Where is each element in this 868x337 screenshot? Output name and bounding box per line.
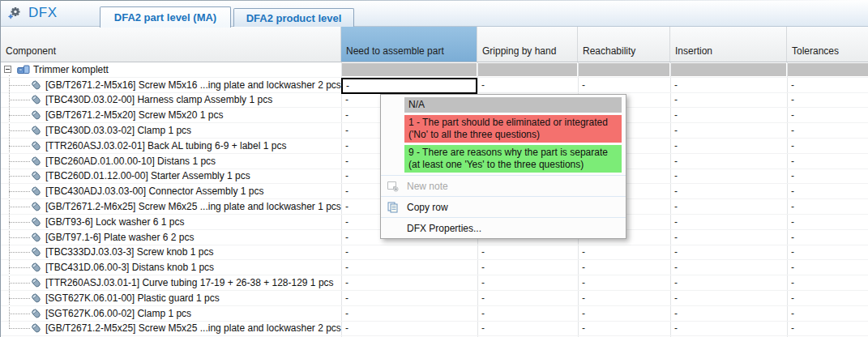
cell-insertion[interactable]: - [670,108,787,122]
cell-tolerances[interactable]: - [787,306,868,321]
table-row: [TBC431D.06.00-3] Distans knob 1 pcs----… [1,260,868,275]
cell-tolerances[interactable]: - [787,184,868,198]
tree-connector [9,191,30,192]
menu-action-label: Copy row [404,202,448,213]
cell-insertion[interactable]: - [670,154,787,168]
cell-tolerances[interactable]: - [787,78,868,92]
cell-insertion[interactable]: - [670,260,787,275]
cell-tolerances[interactable]: - [787,245,868,260]
collapse-expander-icon[interactable] [4,66,11,73]
column-header-need-to-assemble-part[interactable]: Need to assemble part [341,27,477,62]
component-label[interactable]: [SGT627K.06.00-02] Clamp 1 pcs [45,308,191,319]
column-header-gripping-by-hand[interactable]: Gripping by hand [477,27,578,62]
cell-gripping-by-hand[interactable]: - [477,275,578,290]
cell-insertion[interactable]: - [670,230,787,245]
cell-insertion[interactable]: - [670,184,787,198]
component-label[interactable]: [TBC430ADJ.03.03-00] Connector Assembly … [45,186,263,197]
tree-connector [9,115,30,116]
cell-reachability[interactable]: - [578,322,670,336]
tab-bar: DFX DFA2 part level (MA) DFA2 product le… [1,0,868,27]
component-label[interactable]: [TTR260ASJ.03.01-1] Curve tubing 17-19 +… [45,277,334,288]
table-row: [TTR260ASJ.03.01-1] Curve tubing 17-19 +… [1,275,868,291]
component-label[interactable]: [GB/T2671.2-M6x25] Screw M6x25 ...ing pl… [45,201,341,212]
cell-need-to-assemble-part[interactable]: - [341,291,477,305]
cell-gripping-by-hand[interactable]: - [477,245,578,260]
menu-action-dfx-properties[interactable]: DFX Properties... [381,219,626,237]
cell-gripping-by-hand[interactable]: - [477,260,578,275]
cell-insertion[interactable]: - [670,139,787,153]
cell-tolerances[interactable]: - [787,154,868,168]
cell-reachability[interactable]: - [578,291,670,305]
component-label[interactable]: [TBC260D.01.12.00-00] Starter Assembly 1… [45,170,250,181]
cell-reachability[interactable]: - [578,275,670,290]
part-icon [31,186,41,197]
cell-insertion[interactable]: - [670,78,787,92]
component-label[interactable]: [TBC431D.06.00-3] Distans knob 1 pcs [45,262,214,273]
cell-need-to-assemble-part[interactable]: - [341,275,477,290]
cell-need-to-assemble-part[interactable]: - [341,306,477,321]
component-label[interactable]: [GB/T97.1-6] Plate washer 6 2 pcs [45,232,194,243]
cell-tolerances[interactable]: - [787,322,868,336]
component-label[interactable]: [TBC260AD.01.00.00-10] Distans 1 pcs [45,156,216,167]
menu-option-na[interactable]: N/A [404,97,622,113]
menu-option-9[interactable]: 9 - There are reasons why the part is se… [404,145,622,173]
tab-dfa2-part-level[interactable]: DFA2 part level (MA) [100,6,231,28]
cell-tolerances[interactable]: - [787,260,868,275]
cell-tolerances[interactable]: - [787,123,868,138]
focused-cell-editor[interactable]: - [341,78,477,94]
cell-tolerances[interactable]: - [787,275,868,290]
menu-action-label: DFX Properties... [404,223,481,234]
cell-gripping-by-hand[interactable]: - [477,291,578,305]
tab-dfa2-product-level[interactable]: DFA2 product level [233,8,354,27]
cell-gripping-by-hand[interactable]: - [477,78,578,92]
cell-insertion[interactable]: - [670,275,787,290]
cell-tolerances[interactable]: - [787,291,868,305]
cell-reachability[interactable]: - [578,245,670,260]
tree-connector [9,161,30,162]
component-label[interactable]: [GB/T2671.2-M5x25] Screw M5x25 ...ing pl… [45,322,341,334]
cell-insertion[interactable]: - [670,169,787,184]
column-header-insertion[interactable]: Insertion [670,27,787,62]
component-label[interactable]: [TBC430D.03.03-02] Clamp 1 pcs [45,125,191,136]
cell-need-to-assemble-part[interactable]: - [341,260,477,275]
cell-tolerances[interactable]: - [787,93,868,108]
menu-action-new-note[interactable]: New note [381,177,626,195]
cell-insertion[interactable]: - [670,306,787,321]
column-header-tolerances[interactable]: Tolerances [787,27,868,62]
menu-action-copy-row[interactable]: Copy row [381,198,626,216]
cell-insertion[interactable]: - [670,215,787,229]
cell-tolerances[interactable]: - [787,108,868,122]
component-label[interactable]: [TBC430D.03.02-00] Harness clamp Assembl… [45,94,272,105]
table-row-root: Trimmer komplett [1,62,868,78]
component-label[interactable]: Trimmer komplett [33,64,109,75]
component-label[interactable]: [SGT627K.06.01-00] Plastic guard 1 pcs [45,292,220,304]
cell-gripping-by-hand[interactable]: - [477,322,578,336]
column-header-reachability[interactable]: Reachability [578,27,670,62]
component-label[interactable]: [GB/T2671.2-M5x20] Screw M5x20 1 pcs [45,109,223,121]
cell-tolerances[interactable]: - [787,215,868,229]
cell-reachability[interactable]: - [578,306,670,321]
component-label[interactable]: [GB/T93-6] Lock washer 6 1 pcs [45,216,184,228]
cell-reachability[interactable]: - [578,260,670,275]
cell-tolerances[interactable]: - [787,199,868,214]
column-header-component[interactable]: Component [1,27,341,62]
cell-tolerances[interactable]: - [787,230,868,245]
menu-option-1[interactable]: 1 - The part should be eliminated or int… [404,115,622,143]
assembly-icon [17,65,30,75]
cell-insertion[interactable]: - [670,93,787,108]
cell-tolerances[interactable]: - [787,169,868,184]
cell-disabled [671,63,786,76]
component-label[interactable]: [GB/T2671.2-M5x16] Screw M5x16 ...ing pl… [45,79,341,91]
component-label[interactable]: [TBC333DJ.03.03-3] Screw knob 1 pcs [45,246,213,258]
cell-need-to-assemble-part[interactable]: - [341,245,477,260]
cell-insertion[interactable]: - [670,291,787,305]
cell-tolerances[interactable]: - [787,139,868,153]
cell-insertion[interactable]: - [670,123,787,138]
component-label[interactable]: [TTR260ASJ.03.02-01] Back AL tubing 6-9 … [45,140,286,151]
cell-need-to-assemble-part[interactable]: - [341,322,477,336]
cell-gripping-by-hand[interactable]: - [477,306,578,321]
cell-reachability[interactable]: - [578,78,670,92]
cell-insertion[interactable]: - [670,245,787,260]
cell-insertion[interactable]: - [670,322,787,336]
cell-insertion[interactable]: - [670,199,787,214]
